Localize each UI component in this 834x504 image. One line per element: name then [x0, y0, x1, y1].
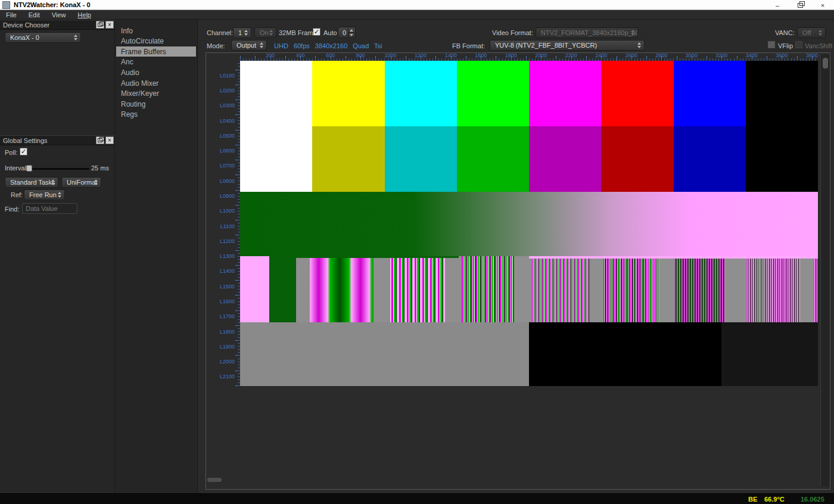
close-icon: ×	[108, 138, 111, 144]
burst-top-strip	[529, 256, 818, 259]
vanc-select-value: Off	[802, 29, 811, 36]
frame-time-readout: 16.0625 mse	[801, 496, 834, 504]
nav-item-regs[interactable]: Regs	[116, 110, 196, 120]
tasks-select[interactable]: Standard Tasks	[5, 177, 58, 188]
restore-icon	[798, 3, 803, 8]
nav-item-anc[interactable]: Anc	[116, 57, 196, 67]
channel-select[interactable]: 1	[233, 27, 251, 38]
minimize-button[interactable]: –	[766, 0, 789, 10]
menu-file[interactable]: File	[0, 11, 23, 18]
ref-label: Ref:	[11, 191, 23, 198]
nav-item-info[interactable]: Info	[116, 26, 196, 36]
frame-checkbox[interactable]: ✓	[313, 28, 320, 36]
interval-slider-handle[interactable]	[26, 165, 32, 172]
framebuffer-canvas[interactable]: 2004006008001000120014001600180020002200…	[206, 52, 830, 490]
interval-label: Interval:	[5, 164, 28, 172]
ruler-left-label: L2100	[220, 374, 235, 379]
global-settings-titlebar: Global Settings ×	[0, 135, 115, 145]
updown-arrows-icon	[631, 30, 634, 36]
ruler-top-label: 200	[266, 52, 275, 58]
color-bar	[746, 126, 818, 192]
spinner-up-icon[interactable]	[348, 28, 354, 33]
updown-arrows-icon	[260, 42, 263, 48]
nav-item-audio[interactable]: Audio	[116, 67, 196, 77]
device-select[interactable]: KonaX - 0	[5, 32, 81, 43]
horizontal-scrollbar-handle[interactable]	[207, 478, 222, 482]
channel-label: Channel:	[207, 29, 233, 36]
menu-edit[interactable]: Edit	[23, 11, 46, 18]
channel-select-value: 1	[238, 29, 242, 36]
vertical-scrollbar[interactable]	[820, 54, 830, 487]
auto-spinner[interactable]: 0	[338, 27, 356, 38]
interval-slider-track[interactable]	[27, 168, 89, 170]
title-bar: NTV2Watcher: KonaX - 0 – ×	[0, 0, 834, 10]
device-chooser-title: Device Chooser	[3, 21, 96, 29]
ruler-top-label: 2400	[595, 52, 607, 58]
vancshift-checkbox[interactable]	[795, 41, 802, 48]
menu-view[interactable]: View	[46, 11, 72, 18]
color-bar	[529, 126, 601, 192]
find-input[interactable]: Data Value	[22, 203, 77, 214]
ruler-top-label: 400	[296, 52, 305, 58]
ruler-left-label: L0900	[220, 193, 235, 199]
ruler-top-label: 1200	[415, 52, 427, 58]
poll-checkbox[interactable]: ✓	[20, 148, 27, 155]
video-format-select[interactable]: NTV2_FORMAT_3840x2160p_6000	[536, 27, 638, 38]
uniformat-select[interactable]: UniFormat	[61, 177, 101, 188]
ruler-top-label: 1000	[385, 52, 397, 58]
color-bar	[312, 61, 384, 126]
nav-item-mixer-keyer[interactable]: Mixer/Keyer	[116, 89, 196, 99]
mode-select[interactable]: Output	[231, 40, 267, 51]
spinner-down-icon[interactable]	[348, 33, 354, 37]
color-bar	[457, 126, 529, 192]
updown-arrows-icon	[244, 30, 248, 36]
global-settings-float-button[interactable]	[96, 136, 104, 144]
temperature-readout: 66.9°C	[764, 496, 785, 503]
ruler-top-label: 600	[326, 52, 335, 58]
bottom-segment	[240, 322, 529, 386]
spinner-buttons[interactable]	[348, 28, 354, 37]
nav-item-audio-mixer[interactable]: Audio Mixer	[116, 78, 196, 88]
updown-arrows-icon	[58, 192, 61, 198]
vanc-label: VANC:	[775, 29, 795, 36]
ruler-left: L0100L0200L0300L0400L0500L0600L0700L0800…	[206, 61, 240, 386]
fb-format-select[interactable]: YUV-8 (NTV2_FBF_8BIT_YCBCR)	[490, 40, 645, 51]
float-icon	[98, 138, 102, 142]
status-bar: BE 66.9°C 16.0625 mse	[0, 493, 834, 504]
burst-top-strip	[296, 256, 459, 258]
color-bar	[601, 126, 673, 192]
maximize-button[interactable]	[789, 0, 811, 10]
color-bar	[385, 126, 457, 192]
fb-format-value: YUV-8 (NTV2_FBF_8BIT_YCBCR)	[495, 42, 597, 49]
ruler-top-label: 3600	[776, 52, 788, 58]
ruler-top-label: 3200	[715, 52, 727, 58]
global-settings-close-button[interactable]: ×	[105, 136, 114, 144]
updown-arrows-icon	[94, 179, 98, 185]
ruler-left-label: L1200	[220, 238, 235, 244]
ruler-top-label: 3400	[746, 52, 758, 58]
window-title: NTV2Watcher: KonaX - 0	[14, 1, 91, 8]
device-chooser-close-button[interactable]: ×	[105, 21, 114, 29]
enable-select[interactable]: On	[254, 27, 276, 38]
ruler-left-label: L0800	[220, 178, 235, 184]
nav-item-frame-buffers[interactable]: Frame Buffers	[116, 46, 196, 57]
ruler-left-label: L0600	[220, 148, 235, 154]
updown-arrows-icon	[269, 30, 273, 36]
global-settings-title: Global Settings	[3, 137, 96, 144]
burst-group	[814, 256, 818, 322]
nav-item-routing[interactable]: Routing	[116, 99, 196, 109]
ref-select[interactable]: Free Run	[24, 189, 65, 200]
tasks-select-value: Standard Tasks	[10, 179, 55, 186]
vflip-checkbox[interactable]	[768, 41, 775, 48]
burst-group	[390, 256, 445, 322]
ruler-top-label: 2000	[535, 52, 547, 58]
menu-help[interactable]: Help	[71, 11, 97, 18]
close-button[interactable]: ×	[811, 0, 834, 10]
device-chooser-float-button[interactable]	[96, 21, 104, 29]
vertical-scrollbar-handle[interactable]	[823, 58, 828, 69]
window-controls: – ×	[766, 0, 834, 10]
ruler-left-label: L1800	[220, 329, 235, 335]
vanc-select[interactable]: Off	[797, 27, 826, 38]
device-chooser-titlebar: Device Chooser ×	[0, 20, 115, 30]
nav-item-autocirculate[interactable]: AutoCirculate	[116, 36, 196, 46]
